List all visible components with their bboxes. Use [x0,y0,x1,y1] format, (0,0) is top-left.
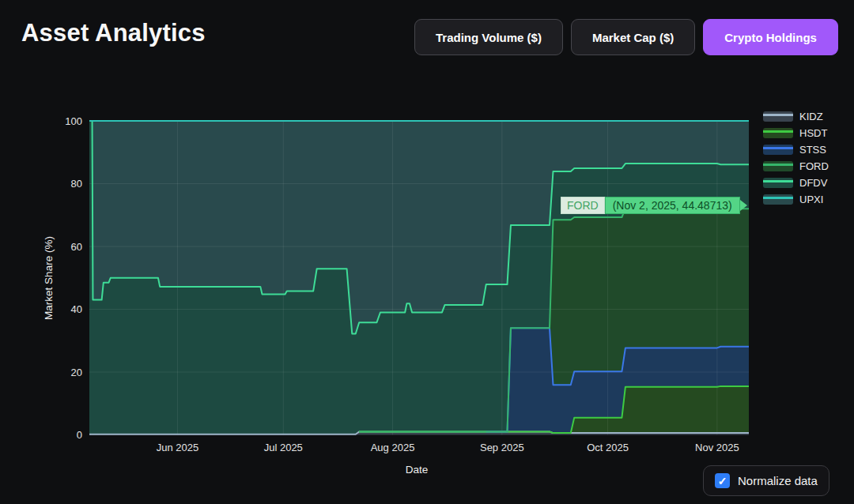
legend-item-UPXI[interactable]: UPXI [763,194,829,205]
xtick-Oct-2025: Oct 2025 [587,442,629,453]
legend-label-DFDV: DFDV [799,177,827,189]
tooltip-value: (Nov 2, 2025, 44.48713) [605,197,740,214]
xtick-Nov-2025: Nov 2025 [695,442,739,453]
legend-swatch-STSS [763,145,793,155]
tooltip-series-label: FORD [561,197,605,214]
y-axis-title: Market Share (%) [43,236,55,320]
legend-swatch-KIDZ [763,111,793,122]
xtick-Jun-2025: Jun 2025 [157,442,199,453]
xtick-Jul-2025: Jul 2025 [264,442,303,453]
ytick-20: 20 [71,367,82,378]
chart-legend: KIDZHSDTSTSSFORDDFDVUPXI [763,111,829,210]
legend-label-UPXI: UPXI [799,194,823,205]
ytick-60: 60 [71,241,82,253]
legend-swatch-HSDT [763,128,793,138]
x-axis-title: Date [406,464,429,476]
legend-label-FORD: FORD [799,160,829,172]
normalize-data-control[interactable]: ✓ Normalize data [703,465,829,496]
ytick-100: 100 [65,115,82,127]
legend-item-STSS[interactable]: STSS [763,144,829,156]
legend-swatch-FORD [763,161,793,171]
legend-label-HSDT: HSDT [799,127,827,139]
legend-item-DFDV[interactable]: DFDV [763,177,829,189]
normalize-checkbox[interactable]: ✓ [715,473,730,488]
legend-swatch-UPXI [763,194,793,205]
legend-label-KIDZ: KIDZ [799,111,823,122]
ytick-80: 80 [71,178,82,190]
legend-item-KIDZ[interactable]: KIDZ [763,111,829,122]
ytick-0: 0 [77,429,82,441]
legend-item-FORD[interactable]: FORD [763,160,829,172]
normalize-label: Normalize data [738,474,818,487]
xtick-Aug-2025: Aug 2025 [371,442,415,453]
asset-analytics-page: Asset Analytics Trading Volume ($) Marke… [0,0,854,504]
hover-tooltip: FORD (Nov 2, 2025, 44.48713) [561,197,747,214]
market-share-stacked-area-chart[interactable]: 020406080100Jun 2025Jul 2025Aug 2025Sep … [0,0,854,504]
legend-swatch-DFDV [763,178,793,188]
xtick-Sep-2025: Sep 2025 [480,442,524,453]
ytick-40: 40 [71,303,82,315]
legend-item-HSDT[interactable]: HSDT [763,127,829,139]
tooltip-arrow-icon [740,200,747,211]
legend-label-STSS: STSS [799,144,826,156]
